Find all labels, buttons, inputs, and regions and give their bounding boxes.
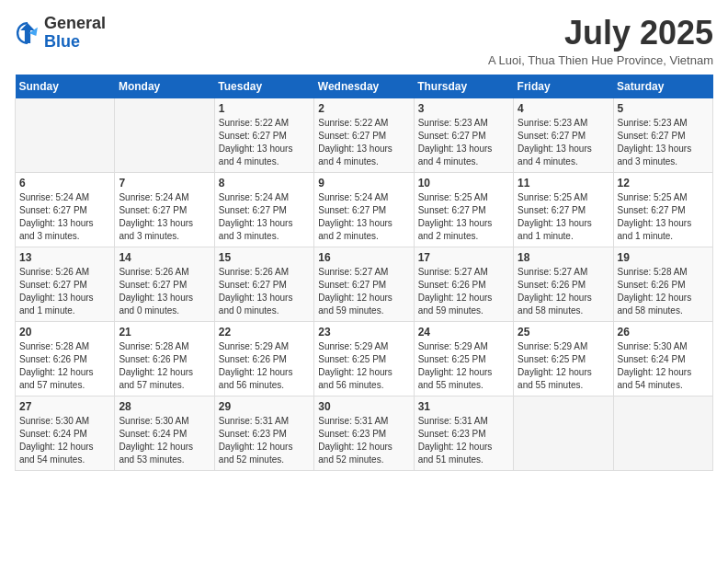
month-title: July 2025 — [488, 15, 713, 52]
day-info-20: Sunrise: 5:28 AMSunset: 6:26 PMDaylight:… — [19, 340, 110, 392]
day-info-13: Sunrise: 5:26 AMSunset: 6:27 PMDaylight:… — [19, 266, 110, 317]
page-header: General Blue July 2025 A Luoi, Thua Thie… — [15, 15, 713, 67]
location-subtitle: A Luoi, Thua Thien Hue Province, Vietnam — [488, 53, 713, 67]
day-info-26: Sunrise: 5:30 AMSunset: 6:24 PMDaylight:… — [618, 340, 709, 392]
day-number-14: 14 — [119, 251, 210, 264]
week-row-4: 20Sunrise: 5:28 AMSunset: 6:26 PMDayligh… — [16, 321, 713, 396]
cell-week5-day3: 30Sunrise: 5:31 AMSunset: 6:23 PMDayligh… — [314, 396, 414, 470]
day-number-6: 6 — [19, 177, 110, 190]
day-info-9: Sunrise: 5:24 AMSunset: 6:27 PMDaylight:… — [318, 191, 409, 243]
cell-week4-day3: 23Sunrise: 5:29 AMSunset: 6:25 PMDayligh… — [314, 321, 414, 396]
day-number-18: 18 — [518, 251, 609, 264]
cell-week4-day1: 21Sunrise: 5:28 AMSunset: 6:26 PMDayligh… — [115, 321, 214, 396]
day-number-20: 20 — [19, 326, 110, 339]
cell-week3-day5: 18Sunrise: 5:27 AMSunset: 6:26 PMDayligh… — [514, 247, 613, 321]
day-info-10: Sunrise: 5:25 AMSunset: 6:27 PMDaylight:… — [418, 191, 509, 243]
day-info-8: Sunrise: 5:24 AMSunset: 6:27 PMDaylight:… — [219, 191, 310, 243]
cell-week4-day2: 22Sunrise: 5:29 AMSunset: 6:26 PMDayligh… — [214, 321, 313, 396]
header-row: Sunday Monday Tuesday Wednesday Thursday… — [16, 75, 713, 98]
cell-week5-day5 — [514, 396, 613, 470]
cell-week1-day5: 4Sunrise: 5:23 AMSunset: 6:27 PMDaylight… — [514, 98, 613, 173]
day-number-16: 16 — [318, 251, 409, 264]
day-number-23: 23 — [318, 326, 409, 339]
day-number-24: 24 — [418, 326, 509, 339]
cell-week3-day2: 15Sunrise: 5:26 AMSunset: 6:27 PMDayligh… — [214, 247, 313, 321]
col-monday: Monday — [115, 75, 214, 98]
day-number-7: 7 — [119, 177, 210, 190]
week-row-5: 27Sunrise: 5:30 AMSunset: 6:24 PMDayligh… — [16, 396, 713, 470]
day-info-22: Sunrise: 5:29 AMSunset: 6:26 PMDaylight:… — [219, 340, 310, 392]
day-info-30: Sunrise: 5:31 AMSunset: 6:23 PMDaylight:… — [318, 415, 409, 466]
day-info-2: Sunrise: 5:22 AMSunset: 6:27 PMDaylight:… — [318, 117, 409, 168]
cell-week1-day0 — [16, 98, 115, 173]
day-number-28: 28 — [119, 400, 210, 413]
day-info-31: Sunrise: 5:31 AMSunset: 6:23 PMDaylight:… — [418, 415, 509, 466]
day-info-4: Sunrise: 5:23 AMSunset: 6:27 PMDaylight:… — [518, 117, 609, 168]
cell-week4-day4: 24Sunrise: 5:29 AMSunset: 6:25 PMDayligh… — [414, 321, 513, 396]
col-tuesday: Tuesday — [214, 75, 313, 98]
day-info-27: Sunrise: 5:30 AMSunset: 6:24 PMDaylight:… — [19, 415, 110, 466]
day-number-5: 5 — [618, 102, 709, 115]
day-info-15: Sunrise: 5:26 AMSunset: 6:27 PMDaylight:… — [219, 266, 310, 317]
cell-week3-day1: 14Sunrise: 5:26 AMSunset: 6:27 PMDayligh… — [115, 247, 214, 321]
title-block: July 2025 A Luoi, Thua Thien Hue Provinc… — [488, 15, 713, 67]
cell-week1-day4: 3Sunrise: 5:23 AMSunset: 6:27 PMDaylight… — [414, 98, 513, 173]
day-info-14: Sunrise: 5:26 AMSunset: 6:27 PMDaylight:… — [119, 266, 210, 317]
day-number-9: 9 — [318, 177, 409, 190]
day-number-26: 26 — [618, 326, 709, 339]
calendar-table: Sunday Monday Tuesday Wednesday Thursday… — [15, 75, 713, 471]
cell-week5-day0: 27Sunrise: 5:30 AMSunset: 6:24 PMDayligh… — [16, 396, 115, 470]
day-number-13: 13 — [19, 251, 110, 264]
cell-week2-day5: 11Sunrise: 5:25 AMSunset: 6:27 PMDayligh… — [514, 172, 613, 247]
day-info-23: Sunrise: 5:29 AMSunset: 6:25 PMDaylight:… — [318, 340, 409, 392]
cell-week2-day4: 10Sunrise: 5:25 AMSunset: 6:27 PMDayligh… — [414, 172, 513, 247]
day-number-2: 2 — [318, 102, 409, 115]
cell-week2-day1: 7Sunrise: 5:24 AMSunset: 6:27 PMDaylight… — [115, 172, 214, 247]
day-number-10: 10 — [418, 177, 509, 190]
col-thursday: Thursday — [414, 75, 513, 98]
cell-week1-day3: 2Sunrise: 5:22 AMSunset: 6:27 PMDaylight… — [314, 98, 414, 173]
day-number-8: 8 — [219, 177, 310, 190]
day-info-24: Sunrise: 5:29 AMSunset: 6:25 PMDaylight:… — [418, 340, 509, 392]
col-sunday: Sunday — [16, 75, 115, 98]
day-number-19: 19 — [618, 251, 709, 264]
cell-week1-day1 — [115, 98, 214, 173]
day-info-16: Sunrise: 5:27 AMSunset: 6:27 PMDaylight:… — [318, 266, 409, 317]
col-saturday: Saturday — [613, 75, 712, 98]
calendar-header: Sunday Monday Tuesday Wednesday Thursday… — [16, 75, 713, 98]
cell-week2-day3: 9Sunrise: 5:24 AMSunset: 6:27 PMDaylight… — [314, 172, 414, 247]
day-info-18: Sunrise: 5:27 AMSunset: 6:26 PMDaylight:… — [518, 266, 609, 317]
day-number-27: 27 — [19, 400, 110, 413]
cell-week5-day4: 31Sunrise: 5:31 AMSunset: 6:23 PMDayligh… — [414, 396, 513, 470]
day-number-15: 15 — [219, 251, 310, 264]
day-number-29: 29 — [219, 400, 310, 413]
col-wednesday: Wednesday — [314, 75, 414, 98]
cell-week5-day2: 29Sunrise: 5:31 AMSunset: 6:23 PMDayligh… — [214, 396, 313, 470]
day-number-31: 31 — [418, 400, 509, 413]
day-info-11: Sunrise: 5:25 AMSunset: 6:27 PMDaylight:… — [518, 191, 609, 243]
day-number-22: 22 — [219, 326, 310, 339]
day-number-25: 25 — [518, 326, 609, 339]
day-number-12: 12 — [618, 177, 709, 190]
day-info-19: Sunrise: 5:28 AMSunset: 6:26 PMDaylight:… — [618, 266, 709, 317]
week-row-3: 13Sunrise: 5:26 AMSunset: 6:27 PMDayligh… — [16, 247, 713, 321]
day-info-25: Sunrise: 5:29 AMSunset: 6:25 PMDaylight:… — [518, 340, 609, 392]
logo-general: General — [44, 14, 106, 32]
day-number-11: 11 — [518, 177, 609, 190]
day-info-1: Sunrise: 5:22 AMSunset: 6:27 PMDaylight:… — [219, 117, 310, 168]
logo: General Blue — [15, 15, 106, 52]
day-info-28: Sunrise: 5:30 AMSunset: 6:24 PMDaylight:… — [119, 415, 210, 466]
col-friday: Friday — [514, 75, 613, 98]
day-info-5: Sunrise: 5:23 AMSunset: 6:27 PMDaylight:… — [618, 117, 709, 168]
cell-week5-day6 — [613, 396, 712, 470]
cell-week2-day6: 12Sunrise: 5:25 AMSunset: 6:27 PMDayligh… — [613, 172, 712, 247]
week-row-1: 1Sunrise: 5:22 AMSunset: 6:27 PMDaylight… — [16, 98, 713, 173]
day-info-29: Sunrise: 5:31 AMSunset: 6:23 PMDaylight:… — [219, 415, 310, 466]
cell-week4-day5: 25Sunrise: 5:29 AMSunset: 6:25 PMDayligh… — [514, 321, 613, 396]
day-info-3: Sunrise: 5:23 AMSunset: 6:27 PMDaylight:… — [418, 117, 509, 168]
day-number-4: 4 — [518, 102, 609, 115]
day-info-12: Sunrise: 5:25 AMSunset: 6:27 PMDaylight:… — [618, 191, 709, 243]
cell-week4-day6: 26Sunrise: 5:30 AMSunset: 6:24 PMDayligh… — [613, 321, 712, 396]
day-info-7: Sunrise: 5:24 AMSunset: 6:27 PMDaylight:… — [119, 191, 210, 243]
logo-text: General Blue — [44, 15, 106, 52]
